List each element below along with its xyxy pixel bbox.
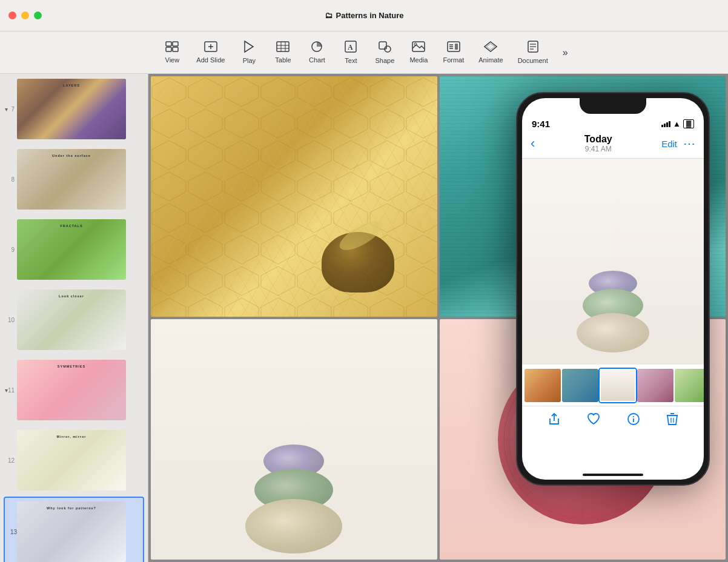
photos-filmstrip <box>522 365 704 406</box>
urchin-bot <box>245 499 342 554</box>
info-button[interactable] <box>627 412 640 426</box>
toolbar-shape[interactable]: Shape <box>369 37 400 68</box>
photos-date: Today 9:41 AM <box>584 134 612 153</box>
slide-item-12[interactable]: 12 Mirror, mirror <box>0 425 148 495</box>
slide-number-13: 13 <box>7 529 17 535</box>
media-icon <box>412 41 425 54</box>
svg-rect-16 <box>379 42 386 49</box>
toolbar-table[interactable]: Table <box>267 38 299 67</box>
delete-button[interactable] <box>666 412 678 426</box>
filmstrip-thumb-1[interactable] <box>524 369 561 402</box>
window-title: 🗂 Patterns in Nature <box>325 11 404 20</box>
animate-label: Animate <box>478 56 503 64</box>
toolbar-media[interactable]: Media <box>403 38 434 67</box>
table-icon <box>276 41 290 54</box>
slide-number-10: 10 <box>5 317 15 323</box>
slide-item-10[interactable]: 10 Look closer <box>0 285 148 355</box>
svg-point-43 <box>633 416 634 417</box>
slide-number-9: 9 <box>5 246 15 253</box>
photos-main-image <box>522 159 704 365</box>
slide-item-9[interactable]: 9 FRACTALS <box>0 214 148 285</box>
grid-cell-urchins <box>151 319 437 560</box>
iphone-screen: 9:41 ▲ ▓ <box>522 98 704 480</box>
svg-rect-2 <box>166 47 171 51</box>
filmstrip-thumb-3[interactable] <box>600 369 636 402</box>
slide-group-11: ▾ 11 SYMMETRIES <box>0 355 148 425</box>
iphone-body: 9:41 ▲ ▓ <box>516 92 710 486</box>
svg-marker-7 <box>245 41 253 52</box>
toolbar-add-slide[interactable]: Add Slide <box>190 38 231 67</box>
view-label: View <box>165 56 180 64</box>
iphone-device: 9:41 ▲ ▓ <box>516 92 710 486</box>
document-icon <box>528 41 538 55</box>
photos-more-button[interactable]: ⋯ <box>683 136 695 151</box>
svg-rect-0 <box>166 42 171 46</box>
filmstrip-thumb-5[interactable] <box>675 369 704 402</box>
close-button[interactable] <box>8 12 16 19</box>
view-icon <box>165 41 179 54</box>
filmstrip-thumb-4[interactable] <box>637 369 673 402</box>
urchin-stack <box>245 445 342 554</box>
photos-back-button[interactable]: ‹ <box>531 136 535 151</box>
format-icon <box>447 41 460 54</box>
grid-cell-bee <box>151 76 437 317</box>
chart-icon <box>310 41 323 54</box>
photos-edit-button[interactable]: Edit <box>661 139 677 149</box>
slide-item-13[interactable]: 13 Why look for patterns? <box>4 497 144 562</box>
toolbar-format[interactable]: Format <box>437 38 470 67</box>
slide-11-title: SYMMETRIES <box>58 365 85 368</box>
svg-rect-1 <box>173 42 178 46</box>
phone-urchin-stack <box>577 271 649 352</box>
toolbar-document[interactable]: Document <box>512 37 554 68</box>
toolbar: View Add Slide Play <box>0 31 728 74</box>
add-slide-label: Add Slide <box>196 56 225 64</box>
slide-thumb-8: Under the surface <box>17 149 126 210</box>
favorite-button[interactable] <box>587 412 600 426</box>
slide-12-title: Mirror, mirror <box>57 435 87 438</box>
table-label: Table <box>275 56 291 64</box>
slide-7-title: LAYERS <box>63 84 80 87</box>
canvas-area: 9:41 ▲ ▓ <box>148 74 728 562</box>
share-button[interactable] <box>548 412 561 426</box>
traffic-lights <box>8 12 42 19</box>
toolbar-play[interactable]: Play <box>233 37 265 68</box>
toolbar-view[interactable]: View <box>156 38 188 67</box>
shape-label: Shape <box>376 57 395 64</box>
signal-icon <box>661 121 670 127</box>
toolbar-animate[interactable]: Animate <box>472 38 509 67</box>
iphone-notch <box>580 98 646 114</box>
slide-thumb-10: Look closer <box>17 289 126 350</box>
play-icon <box>243 41 254 55</box>
toolbar-chart[interactable]: Chart <box>301 38 333 67</box>
shape-icon <box>378 41 391 55</box>
filmstrip-thumb-2[interactable] <box>562 369 598 402</box>
slide-item-7[interactable]: 7 LAYERS <box>0 74 148 144</box>
slide-10-title: Look closer <box>59 294 84 298</box>
slide-number-7: 7 <box>5 106 15 113</box>
add-slide-icon <box>204 41 217 54</box>
slide-thumb-11: SYMMETRIES <box>17 360 126 420</box>
slide-thumb-12: Mirror, mirror <box>17 430 126 491</box>
phone-urchin-bot <box>577 313 649 352</box>
play-label: Play <box>243 57 256 64</box>
maximize-button[interactable] <box>34 12 42 19</box>
slide-8-title: Under the surface <box>52 154 91 157</box>
slide-panel: ▾ 7 LAYERS 8 Under the surface 9 <box>0 74 148 562</box>
text-icon: A <box>345 41 357 55</box>
document-label: Document <box>518 57 548 64</box>
photos-date-sub: 9:41 AM <box>584 145 612 153</box>
slide-thumb-9: FRACTALS <box>17 219 126 280</box>
minimize-button[interactable] <box>21 12 29 19</box>
toolbar-text[interactable]: A Text <box>335 37 366 68</box>
text-label: Text <box>345 57 357 64</box>
photos-toolbar <box>522 406 704 432</box>
media-label: Media <box>409 56 428 64</box>
svg-rect-3 <box>173 47 178 51</box>
slide-thumb-7: LAYERS <box>17 79 126 139</box>
wifi-icon: ▲ <box>673 119 681 128</box>
slide-item-11[interactable]: 11 SYMMETRIES <box>0 355 148 425</box>
toolbar-more-button[interactable]: » <box>559 44 572 62</box>
photos-date-main: Today <box>584 134 612 145</box>
slide-item-8[interactable]: 8 Under the surface <box>0 144 148 214</box>
svg-rect-8 <box>277 42 289 51</box>
